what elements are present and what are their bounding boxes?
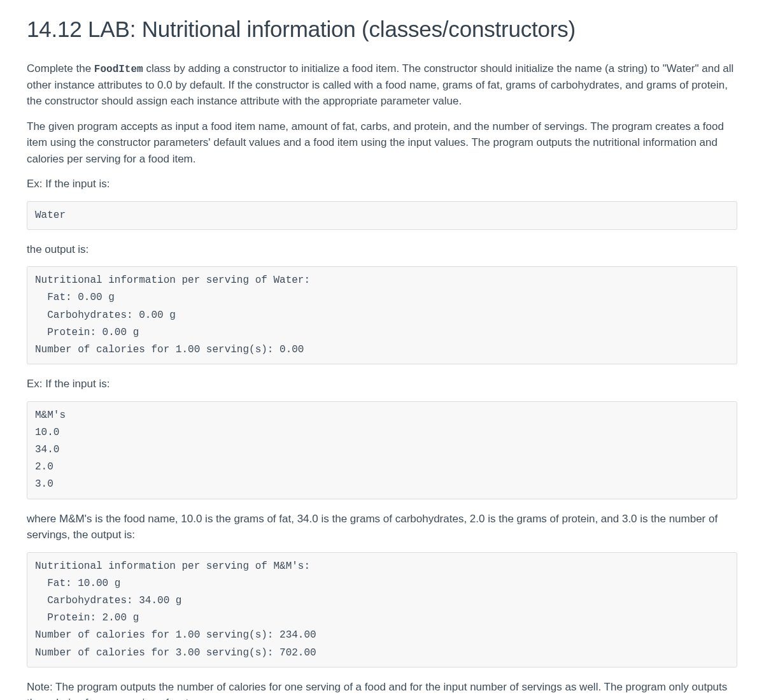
explain-paragraph: where M&M's is the food name, 10.0 is th…	[27, 511, 737, 543]
page-title: 14.12 LAB: Nutritional information (clas…	[27, 13, 737, 46]
inline-code-fooditem: FoodItem	[94, 64, 143, 75]
code-output-1: Nutritional information per serving of W…	[27, 266, 737, 364]
note-paragraph: Note: The program outputs the number of …	[27, 679, 737, 700]
code-input-2: M&M's 10.0 34.0 2.0 3.0	[27, 401, 737, 499]
intro-para1-pre: Complete the	[27, 62, 94, 75]
example-input-label-1: Ex: If the input is:	[27, 176, 737, 192]
intro-paragraph-2: The given program accepts as input a foo…	[27, 118, 737, 168]
code-input-1: Water	[27, 201, 737, 230]
example-input-label-2: Ex: If the input is:	[27, 376, 737, 392]
intro-paragraph-1: Complete the FoodItem class by adding a …	[27, 61, 737, 110]
code-output-2: Nutritional information per serving of M…	[27, 552, 737, 668]
example-output-label-1: the output is:	[27, 241, 737, 258]
